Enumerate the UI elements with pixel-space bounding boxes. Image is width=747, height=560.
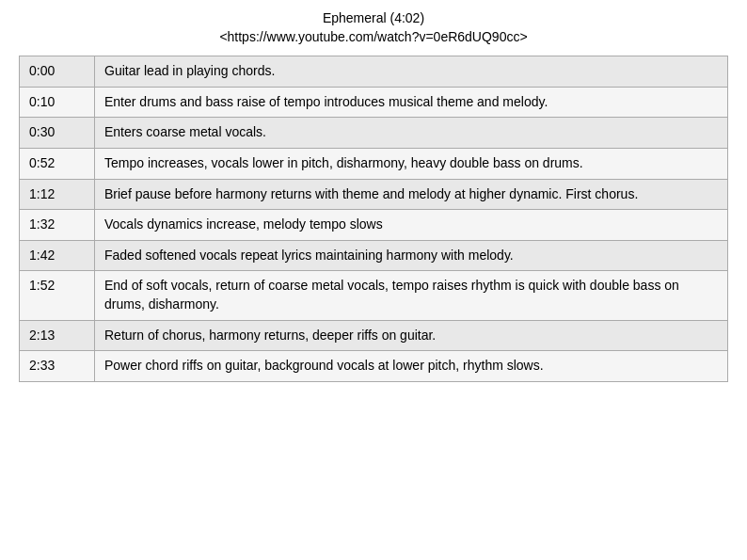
description-cell: Brief pause before harmony returns with … (95, 179, 728, 210)
description-cell: Enter drums and bass raise of tempo intr… (95, 87, 728, 118)
description-cell: Power chord riffs on guitar, background … (95, 351, 728, 382)
table-row: 1:52End of soft vocals, return of coarse… (20, 271, 728, 320)
description-cell: Vocals dynamics increase, melody tempo s… (95, 210, 728, 241)
time-cell: 1:42 (20, 240, 95, 271)
description-cell: End of soft vocals, return of coarse met… (95, 271, 728, 320)
table-row: 0:30Enters coarse metal vocals. (20, 118, 728, 149)
table-row: 1:12Brief pause before harmony returns w… (20, 179, 728, 210)
time-cell: 1:12 (20, 179, 95, 210)
time-cell: 1:52 (20, 271, 95, 320)
song-title: Ephemeral (4:02) (19, 9, 728, 28)
table-row: 2:13Return of chorus, harmony returns, d… (20, 320, 728, 351)
description-cell: Faded softened vocals repeat lyrics main… (95, 240, 728, 271)
description-cell: Tempo increases, vocals lower in pitch, … (95, 148, 728, 179)
time-cell: 0:52 (20, 148, 95, 179)
time-cell: 2:13 (20, 320, 95, 351)
description-cell: Return of chorus, harmony returns, deepe… (95, 320, 728, 351)
table-row: 1:42Faded softened vocals repeat lyrics … (20, 240, 728, 271)
song-url: <https://www.youtube.com/watch?v=0eR6dUQ… (19, 28, 728, 47)
time-cell: 0:10 (20, 87, 95, 118)
page-container: Ephemeral (4:02) <https://www.youtube.co… (0, 0, 747, 401)
time-cell: 2:33 (20, 351, 95, 382)
table-row: 1:32Vocals dynamics increase, melody tem… (20, 210, 728, 241)
page-header: Ephemeral (4:02) <https://www.youtube.co… (19, 9, 728, 46)
table-row: 0:10Enter drums and bass raise of tempo … (20, 87, 728, 118)
table-row: 2:33Power chord riffs on guitar, backgro… (20, 351, 728, 382)
time-cell: 0:00 (20, 56, 95, 88)
table-row: 0:52Tempo increases, vocals lower in pit… (20, 148, 728, 179)
time-cell: 1:32 (20, 210, 95, 241)
time-cell: 0:30 (20, 118, 95, 149)
timeline-table: 0:00Guitar lead in playing chords.0:10En… (19, 56, 728, 382)
table-row: 0:00Guitar lead in playing chords. (20, 56, 728, 88)
description-cell: Guitar lead in playing chords. (95, 56, 728, 88)
description-cell: Enters coarse metal vocals. (95, 118, 728, 149)
